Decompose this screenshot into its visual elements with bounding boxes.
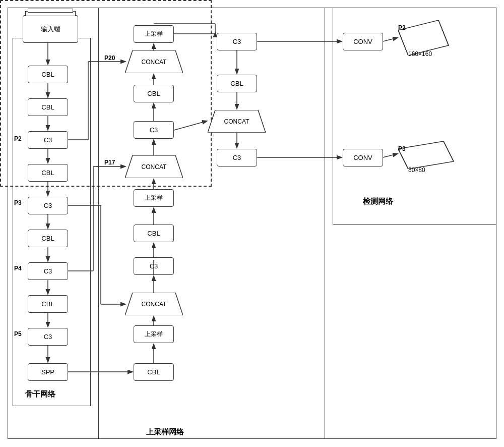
ups1-label: 上采样 xyxy=(145,330,163,339)
cbl5-block: CBL xyxy=(28,295,68,313)
ups1-block: 上采样 xyxy=(134,325,174,343)
c3-4-block: C3 xyxy=(28,328,68,346)
cblu1-block: CBL xyxy=(134,363,174,381)
concat2-label: CONCAT xyxy=(142,163,167,171)
cbl4-label: CBL xyxy=(41,235,54,242)
c3-right-bot-label: C3 xyxy=(233,154,241,161)
p4-label: P4 xyxy=(14,265,22,272)
upsample-label: 上采样网络 xyxy=(146,427,184,437)
cblu1-label: CBL xyxy=(147,368,160,376)
cbl1-block: CBL xyxy=(28,66,68,83)
concat1-block: CONCAT xyxy=(125,293,183,315)
c3-2-label: C3 xyxy=(44,202,52,209)
detection-label: 检测网络 xyxy=(363,197,393,206)
p2-size-label: 160×160 xyxy=(408,50,432,58)
cbl5-label: CBL xyxy=(41,300,54,308)
conv1-label: CONV xyxy=(353,38,372,45)
c3-4-label: C3 xyxy=(44,333,52,341)
input-block: 输入端 xyxy=(23,15,78,43)
c3-3-label: C3 xyxy=(44,267,52,275)
cbl-right-mid-block: CBL xyxy=(217,75,257,92)
concat-p20-label: CONCAT xyxy=(142,59,167,66)
p2-output-label: P2 xyxy=(398,24,406,31)
concat-p20-block: CONCAT xyxy=(125,50,183,73)
ups2-block: 上采样 xyxy=(134,189,174,207)
c3u2-block: C3 xyxy=(134,121,174,139)
cbl3-block: CBL xyxy=(28,164,68,182)
cbl2-block: CBL xyxy=(28,98,68,116)
cbl2-label: CBL xyxy=(41,103,54,111)
conv1-block: CONV xyxy=(343,33,383,50)
conv2-label: CONV xyxy=(353,154,372,161)
c3-1-label: C3 xyxy=(44,136,52,144)
c3-top-right-block: C3 xyxy=(217,33,257,50)
cblu2-block: CBL xyxy=(134,225,174,242)
c3u1-block: C3 xyxy=(134,257,174,275)
concat-right-block: CONCAT xyxy=(208,110,266,133)
input-label: 输入端 xyxy=(41,25,60,34)
ups-dashed-label: 上采样 xyxy=(145,30,163,38)
concat1-label: CONCAT xyxy=(142,301,167,308)
p3-size-label: 80×80 xyxy=(408,166,425,174)
c3-3-block: C3 xyxy=(28,262,68,280)
diagram-container: 骨干网络 上采样网络 检测网络 输入端 CBL CBL C3 P2 CBL C3… xyxy=(0,0,504,447)
p5-label: P5 xyxy=(14,330,22,338)
c3-1-block: C3 xyxy=(28,131,68,149)
p3-label: P3 xyxy=(14,199,22,206)
c3u2-label: C3 xyxy=(150,126,158,134)
p17-label: P17 xyxy=(104,159,115,166)
concat-right-label: CONCAT xyxy=(224,118,249,125)
ups-dashed-block: 上采样 xyxy=(134,25,174,43)
c3-top-right-label: C3 xyxy=(233,38,241,45)
cbl-pan1-label: CBL xyxy=(147,90,160,97)
c3-2-block: C3 xyxy=(28,197,68,214)
c3-right-bot-block: C3 xyxy=(217,149,257,166)
p3-output-label: P3 xyxy=(398,145,406,152)
cbl3-label: CBL xyxy=(41,169,54,177)
c3u1-label: C3 xyxy=(150,262,158,270)
conv2-block: CONV xyxy=(343,149,383,166)
spp-block: SPP xyxy=(28,363,68,381)
output-p3-shape xyxy=(398,141,464,169)
cblu2-label: CBL xyxy=(147,230,160,237)
cbl4-block: CBL xyxy=(28,230,68,247)
backbone-section xyxy=(13,38,91,406)
backbone-label: 骨干网络 xyxy=(25,389,55,399)
cbl-right-mid-label: CBL xyxy=(230,80,243,87)
cbl-pan1-block: CBL xyxy=(134,85,174,102)
p2-label: P2 xyxy=(14,135,22,142)
p20-label: P20 xyxy=(104,54,115,62)
ups2-label: 上采样 xyxy=(145,194,163,202)
cbl1-label: CBL xyxy=(41,71,54,78)
spp-label: SPP xyxy=(41,368,54,376)
concat2-block: CONCAT xyxy=(125,155,183,178)
